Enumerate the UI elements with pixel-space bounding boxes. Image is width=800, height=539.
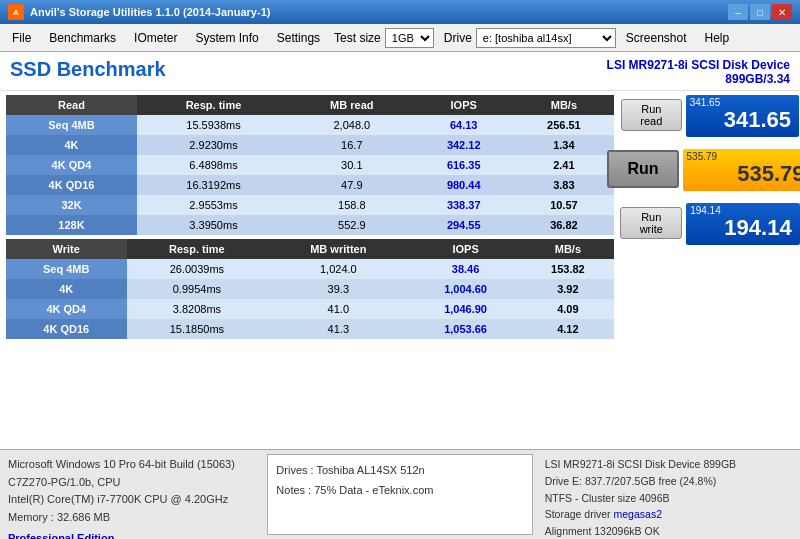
write-score-block: Run write 194.14 194.14: [626, 203, 794, 245]
iops-header-w: IOPS: [409, 239, 521, 259]
menu-file[interactable]: File: [4, 29, 39, 47]
alignment-info: Alignment 132096kB OK: [545, 523, 792, 539]
iops: 1,046.90: [409, 299, 521, 319]
run-score-small: 535.79: [687, 151, 718, 162]
run-write-button[interactable]: Run write: [620, 207, 682, 239]
read-table: Read Resp. time MB read IOPS MB/s Seq 4M…: [6, 95, 614, 235]
iops: 342.12: [414, 135, 514, 155]
drive-group: Drive e: [toshiba al14sx]: [444, 28, 616, 48]
row-label: 128K: [6, 215, 137, 235]
mbs: 3.92: [522, 279, 614, 299]
status-middle: Drives : Toshiba AL14SX 512n Notes : 75%…: [267, 454, 532, 535]
drive-select[interactable]: e: [toshiba al14sx]: [476, 28, 616, 48]
device-right: LSI MR9271-8i SCSI Disk Device 899GB: [545, 456, 792, 473]
status-cpu-model: C7Z270-PG/1.0b, CPU: [8, 474, 255, 492]
mb-read: 47.9: [290, 175, 414, 195]
mbs: 4.09: [522, 299, 614, 319]
iops: 294.55: [414, 215, 514, 235]
mb-read: 30.1: [290, 155, 414, 175]
write-score-display: 194.14 194.14: [686, 203, 800, 245]
maximize-button[interactable]: □: [750, 4, 770, 20]
iops: 616.35: [414, 155, 514, 175]
status-right: LSI MR9271-8i SCSI Disk Device 899GB Dri…: [537, 450, 800, 539]
menu-help[interactable]: Help: [697, 29, 738, 47]
mbs: 4.12: [522, 319, 614, 339]
resp-time: 3.8208ms: [127, 299, 268, 319]
read-label-header: Read: [6, 95, 137, 115]
read-score-display: 341.65 341.65: [686, 95, 799, 137]
resp-time: 6.4898ms: [137, 155, 290, 175]
status-os: Microsoft Windows 10 Pro 64-bit Build (1…: [8, 456, 255, 474]
menu-bar: File Benchmarks IOmeter System Info Sett…: [0, 24, 800, 52]
device-info: LSI MR9271-8i SCSI Disk Device 899GB/3.3…: [607, 58, 790, 86]
mb-written: 41.3: [267, 319, 409, 339]
device-line1: LSI MR9271-8i SCSI Disk Device: [607, 58, 790, 72]
iops: 338.37: [414, 195, 514, 215]
drives-label: Drives : Toshiba AL14SX 512n: [276, 461, 523, 481]
table-row: Seq 4MB 26.0039ms 1,024.0 38.46 153.82: [6, 259, 614, 279]
write-score-large: 194.14: [694, 215, 792, 241]
device-line2: 899GB/3.34: [607, 72, 790, 86]
row-label: 4K: [6, 135, 137, 155]
resp-time: 2.9230ms: [137, 135, 290, 155]
resp-time: 16.3192ms: [137, 175, 290, 195]
mbs: 256.51: [514, 115, 614, 135]
read-score-large: 341.65: [694, 107, 791, 133]
mbs: 2.41: [514, 155, 614, 175]
test-size-label: Test size: [334, 31, 381, 45]
menu-benchmarks[interactable]: Benchmarks: [41, 29, 124, 47]
run-score-large: 535.79: [691, 161, 800, 187]
write-table: Write Resp. time MB written IOPS MB/s Se…: [6, 239, 614, 339]
mb-read: 158.8: [290, 195, 414, 215]
test-size-select[interactable]: 1GB: [385, 28, 434, 48]
iops: 1,004.60: [409, 279, 521, 299]
main-content: SSD Benchmark LSI MR9271-8i SCSI Disk De…: [0, 52, 800, 539]
write-header-row: Write Resp. time MB written IOPS MB/s: [6, 239, 614, 259]
resp-time: 2.9553ms: [137, 195, 290, 215]
menu-system-info[interactable]: System Info: [187, 29, 266, 47]
mbs-header-w: MB/s: [522, 239, 614, 259]
iops: 980.44: [414, 175, 514, 195]
screenshot-button[interactable]: Screenshot: [618, 29, 695, 47]
bench-title: SSD Benchmark: [10, 58, 166, 81]
bench-header: SSD Benchmark LSI MR9271-8i SCSI Disk De…: [0, 52, 800, 91]
menu-settings[interactable]: Settings: [269, 29, 328, 47]
megasas-value: megasas2: [614, 508, 662, 520]
table-row: 32K 2.9553ms 158.8 338.37 10.57: [6, 195, 614, 215]
table-row: 4K QD16 15.1850ms 41.3 1,053.66 4.12: [6, 319, 614, 339]
mbs-header: MB/s: [514, 95, 614, 115]
right-panel: Run read 341.65 341.65 Run 535.79 535.79: [620, 91, 800, 449]
close-button[interactable]: ✕: [772, 4, 792, 20]
table-row: 128K 3.3950ms 552.9 294.55 36.82: [6, 215, 614, 235]
drive-label: Drive: [444, 31, 472, 45]
resp-time: 15.1850ms: [127, 319, 268, 339]
resp-time-header-w: Resp. time: [127, 239, 268, 259]
run-button[interactable]: Run: [607, 150, 678, 188]
minimize-button[interactable]: –: [728, 4, 748, 20]
table-row: 4K QD4 3.8208ms 41.0 1,046.90 4.09: [6, 299, 614, 319]
status-left: Microsoft Windows 10 Pro 64-bit Build (1…: [0, 450, 263, 539]
mb-written: 39.3: [267, 279, 409, 299]
read-header-row: Read Resp. time MB read IOPS MB/s: [6, 95, 614, 115]
table-row: Seq 4MB 15.5938ms 2,048.0 64.13 256.51: [6, 115, 614, 135]
mbs: 1.34: [514, 135, 614, 155]
status-memory: Memory : 32.686 MB: [8, 509, 255, 527]
row-label: 4K QD16: [6, 175, 137, 195]
row-label: 4K QD4: [6, 155, 137, 175]
content-area: Read Resp. time MB read IOPS MB/s Seq 4M…: [0, 91, 800, 449]
read-score-small: 341.65: [690, 97, 721, 108]
menu-iometer[interactable]: IOmeter: [126, 29, 185, 47]
drive-e: Drive E: 837.7/207.5GB free (24.8%): [545, 473, 792, 490]
write-score-small: 194.14: [690, 205, 721, 216]
row-label: Seq 4MB: [6, 115, 137, 135]
row-label: 4K QD16: [6, 319, 127, 339]
title-bar: A Anvil's Storage Utilities 1.1.0 (2014-…: [0, 0, 800, 24]
resp-time: 26.0039ms: [127, 259, 268, 279]
row-label: 4K QD4: [6, 299, 127, 319]
resp-time: 15.5938ms: [137, 115, 290, 135]
mb-read: 16.7: [290, 135, 414, 155]
row-label: Seq 4MB: [6, 259, 127, 279]
pro-edition-label: Professional Edition: [8, 530, 255, 539]
run-read-button[interactable]: Run read: [621, 99, 682, 131]
bench-table-area: Read Resp. time MB read IOPS MB/s Seq 4M…: [0, 91, 620, 449]
